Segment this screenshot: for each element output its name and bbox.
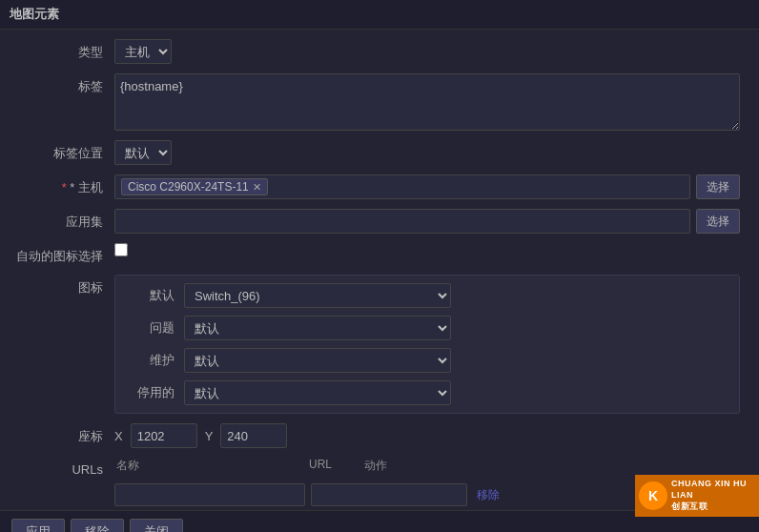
icon-maintenance-label: 维护 bbox=[127, 352, 184, 369]
label-position-control: 默认 左上 右上 左下 右下 bbox=[114, 140, 740, 165]
icon-maintenance-row: 维护 默认 Switch_(96) Router Server bbox=[127, 348, 728, 373]
app-group-input[interactable] bbox=[114, 209, 690, 234]
watermark-icon: K bbox=[639, 481, 667, 510]
coord-y-input[interactable] bbox=[220, 423, 287, 448]
coord-y-label: Y bbox=[205, 429, 214, 443]
app-group-select-button[interactable]: 选择 bbox=[696, 209, 740, 234]
page-container: 地图元素 类型 主机 图片 链接 标签 标签位置 bbox=[0, 0, 759, 532]
app-group-row: 应用集 选择 bbox=[10, 209, 740, 234]
url-remove-button[interactable]: 移除 bbox=[473, 487, 503, 503]
watermark: K CHUANG XIN HU LIAN 创新互联 bbox=[635, 475, 759, 517]
auto-icon-control bbox=[114, 243, 740, 256]
label-control bbox=[114, 73, 740, 131]
host-label: * 主机 bbox=[10, 174, 114, 196]
host-tag-remove[interactable]: ✕ bbox=[253, 181, 261, 194]
host-tag-text: Cisco C2960X-24TS-11 bbox=[128, 180, 249, 194]
form-area: 类型 主机 图片 链接 标签 标签位置 默认 左上 bbox=[0, 30, 759, 532]
url-row: 移除 bbox=[114, 483, 503, 506]
icon-disabled-select[interactable]: 默认 Switch_(96) Router Server bbox=[184, 380, 451, 405]
icon-disabled-label: 停用的 bbox=[127, 384, 184, 401]
type-select[interactable]: 主机 图片 链接 bbox=[114, 39, 172, 64]
coord-row: 座标 X Y bbox=[10, 423, 740, 448]
urls-header: 名称 URL 动作 bbox=[114, 458, 389, 474]
close-button[interactable]: 关闭 bbox=[130, 519, 183, 532]
icon-problem-row: 问题 默认 Switch_(96) Router Server bbox=[127, 316, 728, 340]
icon-problem-label: 问题 bbox=[127, 319, 184, 337]
host-row: * 主机 Cisco C2960X-24TS-11 ✕ 选择 bbox=[10, 174, 740, 199]
label-position-row: 标签位置 默认 左上 右上 左下 右下 bbox=[10, 140, 740, 165]
label-label: 标签 bbox=[10, 73, 114, 95]
icon-label: 图标 bbox=[10, 275, 114, 297]
auto-icon-label: 自动的图标选择 bbox=[10, 243, 114, 265]
top-bar: 地图元素 bbox=[0, 0, 759, 30]
page-title: 地图元素 bbox=[10, 7, 59, 21]
auto-icon-checkbox[interactable] bbox=[114, 243, 128, 256]
type-label: 类型 bbox=[10, 39, 114, 61]
icon-disabled-row: 停用的 默认 Switch_(96) Router Server bbox=[127, 380, 728, 405]
coord-label: 座标 bbox=[10, 423, 114, 445]
icon-default-label: 默认 bbox=[127, 287, 184, 304]
host-tag: Cisco C2960X-24TS-11 ✕ bbox=[121, 178, 268, 195]
icon-maintenance-select[interactable]: 默认 Switch_(96) Router Server bbox=[184, 348, 451, 373]
urls-col-name: 名称 bbox=[114, 458, 305, 474]
host-input-wrap: Cisco C2960X-24TS-11 ✕ bbox=[114, 174, 690, 199]
coord-wrap: X Y bbox=[114, 423, 287, 448]
coord-control: X Y bbox=[114, 423, 740, 448]
watermark-text: CHUANG XIN HU LIAN 创新互联 bbox=[671, 479, 755, 512]
urls-col-url: URL bbox=[305, 458, 332, 474]
label-row: 标签 bbox=[10, 73, 740, 131]
type-control: 主机 图片 链接 bbox=[114, 39, 740, 64]
apply-button[interactable]: 应用 bbox=[11, 519, 65, 532]
app-group-control: 选择 bbox=[114, 209, 740, 234]
auto-icon-row: 自动的图标选择 bbox=[10, 243, 740, 265]
icon-section: 默认 Switch_(96) 默认 Router Server 问题 默认 Sw… bbox=[114, 275, 740, 414]
icon-row: 图标 默认 Switch_(96) 默认 Router Server 问题 bbox=[10, 275, 740, 414]
icon-control: 默认 Switch_(96) 默认 Router Server 问题 默认 Sw… bbox=[114, 275, 740, 414]
type-row: 类型 主机 图片 链接 bbox=[10, 39, 740, 64]
urls-col-action: 动作 bbox=[332, 458, 389, 474]
label-position-label: 标签位置 bbox=[10, 140, 114, 162]
url-name-input[interactable] bbox=[114, 483, 305, 506]
host-control: Cisco C2960X-24TS-11 ✕ 选择 bbox=[114, 174, 740, 199]
app-group-label: 应用集 bbox=[10, 209, 114, 231]
urls-label: URLs bbox=[10, 458, 114, 477]
remove-button[interactable]: 移除 bbox=[71, 519, 124, 532]
coord-x-label: X bbox=[114, 429, 123, 443]
host-select-button[interactable]: 选择 bbox=[696, 174, 740, 199]
url-url-input[interactable] bbox=[311, 483, 467, 506]
coord-x-input[interactable] bbox=[131, 423, 197, 448]
icon-default-row: 默认 Switch_(96) 默认 Router Server bbox=[127, 283, 728, 308]
label-textarea[interactable] bbox=[114, 73, 740, 131]
label-position-select[interactable]: 默认 左上 右上 左下 右下 bbox=[114, 140, 172, 165]
icon-problem-select[interactable]: 默认 Switch_(96) Router Server bbox=[184, 316, 451, 340]
icon-default-select[interactable]: Switch_(96) 默认 Router Server bbox=[184, 283, 451, 308]
